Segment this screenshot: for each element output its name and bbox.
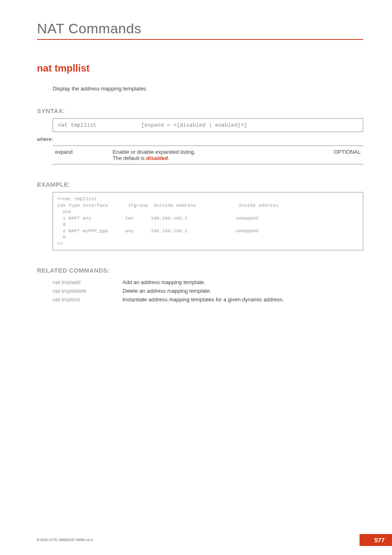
- related-table: nat tmpladd Add an address mapping templ…: [53, 278, 286, 304]
- doc-id: E-DOC-CTC-20061027-0004 v1.0: [37, 538, 93, 542]
- page-number: 577: [360, 534, 392, 546]
- chapter-rule: [37, 39, 363, 40]
- command-title: nat tmpllist: [37, 62, 363, 74]
- related-cmd: nat tmpldelete: [53, 287, 122, 295]
- syntax-heading: SYNTAX:: [37, 107, 363, 114]
- chapter-title: NAT Commands: [37, 21, 363, 37]
- param-table: expand Enable or disable expanded listin…: [53, 146, 363, 164]
- related-desc: Instantiate address mapping templates fo…: [122, 295, 286, 304]
- syntax-box: nat tmpllist [expand = <{disabled | enab…: [53, 118, 363, 132]
- related-heading: RELATED COMMANDS:: [37, 267, 363, 274]
- param-optional: OPTIONAL: [296, 146, 363, 164]
- related-cmd: nat tmplinst: [53, 295, 122, 304]
- example-box: =>nat tmpllist Idx Type Interface Ifgrou…: [53, 192, 363, 250]
- param-desc: Enable or disable expanded listing. The …: [110, 146, 296, 164]
- param-desc-suffix: .: [168, 155, 169, 161]
- syntax-where: where:: [37, 136, 363, 142]
- param-name: expand: [53, 146, 110, 164]
- related-cmd: nat tmpladd: [53, 278, 122, 287]
- table-row: expand Enable or disable expanded listin…: [53, 146, 363, 164]
- param-desc-em: disabled: [146, 155, 168, 161]
- table-row: nat tmpladd Add an address mapping templ…: [53, 278, 286, 287]
- related-desc: Delete an address mapping template.: [122, 287, 286, 295]
- footer: E-DOC-CTC-20061027-0004 v1.0 577: [37, 535, 392, 543]
- related-desc: Add an address mapping template.: [122, 278, 286, 287]
- command-description: Display the address mapping templates.: [53, 86, 363, 92]
- example-heading: EXAMPLE:: [37, 181, 363, 188]
- table-row: nat tmpldelete Delete an address mapping…: [53, 287, 286, 295]
- table-row: nat tmplinst Instantiate address mapping…: [53, 295, 286, 304]
